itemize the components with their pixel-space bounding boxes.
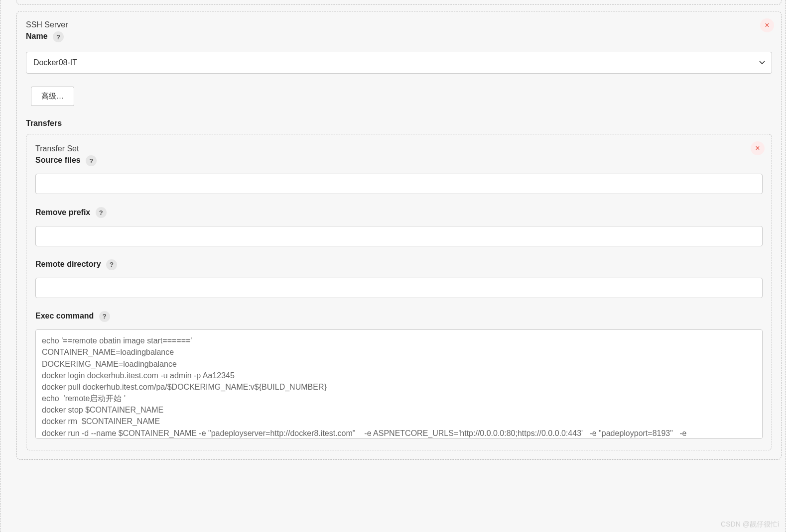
exec-command-textarea[interactable] (35, 329, 763, 439)
source-files-help-icon[interactable]: ? (86, 155, 97, 166)
transfer-set-title: Transfer Set (35, 144, 763, 153)
remove-prefix-help-icon[interactable]: ? (96, 207, 107, 218)
source-files-label: Source files (35, 156, 81, 165)
previous-section-stub (16, 0, 782, 5)
name-label: Name (26, 32, 48, 41)
source-files-input[interactable] (35, 174, 763, 194)
remote-directory-help-icon[interactable]: ? (106, 259, 117, 270)
ssh-server-selected-value[interactable]: Docker08-IT (26, 52, 772, 74)
close-icon: × (765, 21, 769, 30)
ssh-server-section: × SSH Server Name ? Docker08-IT 高级… Tran… (16, 11, 782, 460)
remove-prefix-input[interactable] (35, 226, 763, 246)
advanced-button[interactable]: 高级… (31, 87, 74, 106)
remove-prefix-label: Remove prefix (35, 208, 90, 217)
name-help-icon[interactable]: ? (53, 31, 64, 42)
ssh-server-select[interactable]: Docker08-IT (26, 52, 772, 74)
transfers-heading: Transfers (26, 119, 772, 128)
remote-directory-input[interactable] (35, 278, 763, 298)
remote-directory-label: Remote directory (35, 260, 101, 269)
ssh-server-title: SSH Server (26, 20, 772, 29)
exec-command-label: Exec command (35, 312, 94, 320)
exec-command-help-icon[interactable]: ? (99, 311, 110, 322)
close-icon: × (755, 144, 760, 153)
remove-ssh-server-button[interactable]: × (760, 18, 774, 32)
transfer-set-section: × Transfer Set Source files ? Remove pre… (26, 134, 772, 450)
